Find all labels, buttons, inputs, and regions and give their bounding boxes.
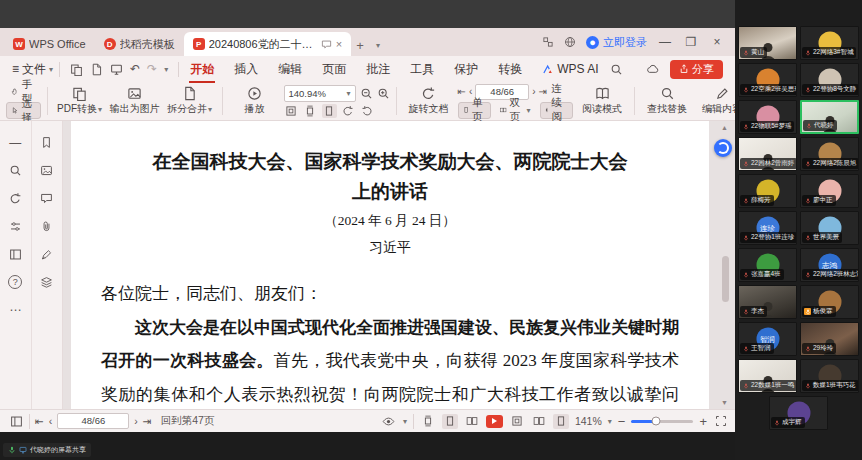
sidebar-toggle-icon[interactable] (8, 414, 24, 429)
redo-icon[interactable]: ↷ (147, 62, 157, 76)
menu-insert[interactable]: 插入 (225, 58, 267, 81)
actual-size-icon[interactable] (553, 414, 569, 429)
help-icon[interactable]: ? (8, 275, 22, 289)
translate-tool-icon[interactable] (8, 191, 23, 206)
first-page-icon[interactable]: ⇤ (35, 415, 44, 427)
last-page-icon[interactable]: ⇥ (143, 415, 152, 427)
zoom-out-button[interactable]: − (618, 414, 626, 429)
participant-tile[interactable]: 世界美景 (800, 211, 859, 245)
participant-tile[interactable]: 22网络3#智城 (800, 26, 859, 60)
double-page-button[interactable]: 双页▾ (495, 102, 536, 119)
rotate-right-icon[interactable] (360, 104, 375, 118)
scroll-down-icon[interactable]: ▼ (721, 399, 728, 406)
eye-mode-icon[interactable] (381, 414, 397, 429)
single-page-button[interactable]: 单页 (458, 102, 492, 119)
share-button[interactable]: 分享 (670, 60, 723, 79)
participant-tile[interactable]: 张嘉赢4班 (738, 248, 797, 282)
layers-panel-icon[interactable] (39, 275, 54, 290)
fit-page-icon[interactable] (284, 104, 299, 118)
menu-page[interactable]: 页面 (313, 58, 355, 81)
participant-tile[interactable]: 29玲玲 (800, 322, 859, 356)
menu-comment[interactable]: 批注 (357, 58, 399, 81)
cloud-sync-icon[interactable] (645, 63, 660, 76)
participant-tile[interactable]: 廖中正 (800, 174, 859, 208)
participant-tile[interactable]: 数媒1班韦巧花 (800, 359, 859, 393)
play-button[interactable]: 播放 (229, 85, 281, 117)
search-icon[interactable] (610, 63, 623, 76)
read-mode-button[interactable]: 阅读模式 (576, 85, 628, 117)
menu-convert[interactable]: 转换 (489, 58, 531, 81)
tab-comment-icon[interactable] (321, 39, 332, 50)
workspace-grid-icon[interactable] (542, 36, 554, 48)
menu-wps-ai[interactable]: WPS AI (533, 59, 607, 79)
menu-tools[interactable]: 工具 (401, 58, 443, 81)
single-page-view-icon[interactable] (442, 414, 458, 429)
menu-edit[interactable]: 编辑 (269, 58, 311, 81)
tab-list-dropdown[interactable]: ▾ (369, 34, 387, 56)
prev-page-icon[interactable]: ‹ (49, 415, 53, 427)
tab-document-active[interactable]: P 20240806党的二十届三中全 × (184, 32, 351, 56)
file-menu[interactable]: ≡ 文件 ▾ (8, 61, 57, 78)
zoom-out-icon[interactable] (360, 87, 373, 100)
login-button[interactable]: ● 立即登录 (586, 35, 647, 50)
zoom-slider[interactable] (631, 420, 693, 423)
pdf-convert-button[interactable]: PDF转换▾ (54, 85, 106, 117)
fit-width-icon[interactable] (303, 104, 318, 118)
actual-size-icon[interactable] (322, 104, 337, 118)
fullscreen-icon[interactable] (713, 414, 729, 429)
menu-home[interactable]: 开始 (181, 58, 223, 81)
zoom-in-button[interactable]: + (699, 414, 707, 429)
globe-icon[interactable] (564, 36, 576, 48)
participant-tile[interactable]: 22物联5#梦瑶 (738, 100, 797, 134)
participant-tile[interactable]: 22登协8号文静 (800, 63, 859, 97)
annotate-pen-icon[interactable] (39, 247, 54, 262)
collapse-panel-icon[interactable]: — (8, 135, 23, 150)
select-tool-button[interactable]: 选择 (6, 102, 41, 119)
undo-icon[interactable]: ↶ (130, 62, 140, 76)
fit-width-icon[interactable] (531, 414, 547, 429)
last-page-icon[interactable]: ⇥ (539, 86, 547, 97)
attachment-panel-icon[interactable] (39, 219, 54, 234)
open-icon[interactable] (70, 63, 83, 76)
zoom-in-icon[interactable] (377, 87, 390, 100)
fit-page-icon[interactable] (509, 414, 525, 429)
continuous-view-icon[interactable] (420, 414, 436, 429)
participant-tile[interactable]: 22空乘2班吴思琪 (738, 63, 797, 97)
participant-tile[interactable]: 志鸿 22网络2班林志鸿 (800, 248, 859, 282)
tab-template[interactable]: D 找稻壳模板 (95, 32, 184, 56)
chevron-down-icon[interactable]: ▾ (164, 65, 168, 74)
comment-panel-icon[interactable] (39, 191, 54, 206)
continuous-read-button[interactable]: 连续阅读 (540, 102, 574, 119)
rotate-doc-button[interactable]: 旋转文档 (403, 85, 455, 117)
more-tools-icon[interactable]: ⋯ (8, 302, 23, 317)
next-page-icon[interactable]: › (532, 86, 535, 97)
page-number-input[interactable]: 48/66 (57, 413, 129, 429)
participant-tile-active-speaker[interactable]: 代晓婷 (800, 100, 859, 134)
double-page-view-icon[interactable] (464, 414, 480, 429)
minimize-button[interactable]: — (657, 35, 673, 49)
chevron-down-icon[interactable]: ▾ (608, 417, 612, 426)
print-icon[interactable] (110, 63, 123, 76)
participant-tile[interactable]: 杨俊霖 (800, 285, 859, 319)
split-merge-button[interactable]: 拆分合并▾ (164, 85, 216, 117)
participant-tile[interactable]: 薛梅芳 (738, 174, 797, 208)
rotate-left-icon[interactable] (341, 104, 356, 118)
bookmark-panel-icon[interactable] (39, 135, 54, 150)
settings-sliders-icon[interactable] (8, 219, 23, 234)
participant-tile[interactable]: 李杰 (738, 285, 797, 319)
chevron-down-icon[interactable]: ▾ (403, 417, 407, 426)
vertical-scrollbar[interactable]: ▲ ▼ (709, 121, 737, 409)
participant-tile[interactable]: 连珍 22登协1班连珍 (738, 211, 797, 245)
screen-share-indicator[interactable]: 代晓婷的屏幕共享 (3, 443, 91, 457)
layout-panel-icon[interactable] (8, 247, 23, 262)
back-to-page-link[interactable]: 回到第47页 (161, 414, 215, 428)
save-icon[interactable] (90, 63, 103, 76)
zoom-value-box[interactable]: 140.94%▾ (284, 85, 356, 102)
participant-tile[interactable]: 22园林2曾雨婷 (738, 137, 797, 171)
participant-tile[interactable]: 智润 王智润 (738, 322, 797, 356)
search-tool-icon[interactable] (8, 163, 23, 178)
participant-tile[interactable]: 22数媒1班一鸣 (738, 359, 797, 393)
participant-tile[interactable]: 22网络2陈晨旭 (800, 137, 859, 171)
new-tab-button[interactable]: + (351, 34, 369, 56)
find-replace-button[interactable]: 查找替换 (641, 85, 693, 117)
